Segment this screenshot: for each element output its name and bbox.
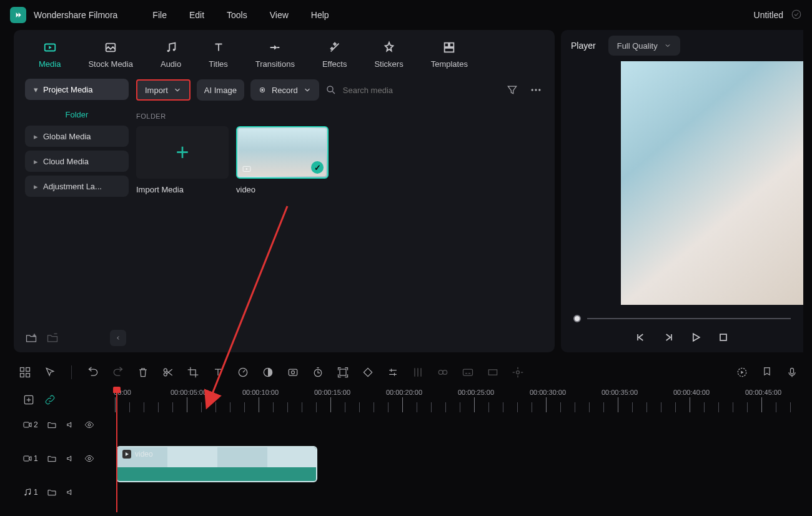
tab-audio-label: Audio <box>161 59 181 69</box>
tab-stock-media[interactable]: Stock Media <box>74 41 147 74</box>
svg-point-3 <box>167 50 169 52</box>
tab-effects[interactable]: Effects <box>309 41 361 74</box>
folder-remove-icon[interactable] <box>46 332 59 344</box>
svg-rect-27 <box>340 369 346 375</box>
lock-icon[interactable] <box>47 420 57 430</box>
crop-button[interactable] <box>187 366 199 379</box>
speed-button[interactable] <box>237 366 249 379</box>
play-button[interactable] <box>690 331 702 344</box>
link-icon[interactable] <box>44 394 56 406</box>
time-ruler[interactable]: 00:00 00:00:05:00 00:00:10:00 00:00:15:0… <box>115 387 803 412</box>
color-button[interactable] <box>262 366 274 379</box>
visibility-icon[interactable] <box>84 420 94 430</box>
stock-media-icon <box>104 41 117 54</box>
search-input[interactable] <box>343 86 448 95</box>
screenshot-button[interactable] <box>287 366 299 379</box>
aspect-button[interactable] <box>487 366 499 379</box>
add-track-icon[interactable] <box>22 394 35 406</box>
delete-button[interactable] <box>137 366 149 379</box>
menu-view[interactable]: View <box>270 10 289 20</box>
chevron-right-icon: ▸ <box>34 132 38 141</box>
quality-select[interactable]: Full Quality <box>608 36 680 56</box>
dots-icon <box>530 84 542 96</box>
playhead[interactable] <box>116 387 117 512</box>
timeline-canvas[interactable]: 00:00 00:00:05:00 00:00:10:00 00:00:15:0… <box>115 387 803 512</box>
sidebar-item-cloud-media[interactable]: ▸ Cloud Media <box>25 151 129 172</box>
tab-media[interactable]: Media <box>25 41 74 74</box>
tab-titles[interactable]: Titles <box>195 41 242 74</box>
filter-button[interactable] <box>503 81 521 99</box>
mute-icon[interactable] <box>66 487 76 497</box>
svg-point-21 <box>164 373 167 376</box>
tab-stickers[interactable]: Stickers <box>360 41 417 74</box>
tracking-button[interactable] <box>337 366 349 379</box>
menu-file[interactable]: File <box>152 10 167 20</box>
adjust-button[interactable] <box>387 366 399 379</box>
voiceover-button[interactable] <box>786 366 798 379</box>
search-field[interactable] <box>325 84 497 96</box>
lane-video-1[interactable]: 1 <box>14 446 115 471</box>
redo-button[interactable] <box>112 366 124 379</box>
chevron-left-icon <box>115 335 121 341</box>
player-controls <box>561 327 803 352</box>
stop-button[interactable] <box>717 331 730 344</box>
search-icon <box>325 84 337 96</box>
sidebar-item-project-media[interactable]: ▾ Project Media <box>25 79 129 100</box>
menu-help[interactable]: Help <box>311 10 329 20</box>
lane-video-2[interactable]: 2 <box>14 412 115 437</box>
ai-image-button[interactable]: AI Image <box>197 79 244 101</box>
more-options-button[interactable] <box>527 81 545 99</box>
scrub-track[interactable] <box>587 318 791 319</box>
visibility-icon[interactable] <box>84 454 94 464</box>
render-button[interactable] <box>736 366 748 379</box>
keyframe-button[interactable] <box>362 366 374 379</box>
scrub-knob[interactable] <box>573 315 581 322</box>
import-media-tile[interactable]: + Import Media <box>136 126 229 194</box>
sidebar-item-label: Global Media <box>43 132 91 141</box>
menu-tools[interactable]: Tools <box>227 10 247 20</box>
plus-icon: + <box>176 139 189 166</box>
audio-tool-icon[interactable] <box>437 366 449 379</box>
tab-media-label: Media <box>39 59 61 69</box>
ai-tool-icon[interactable] <box>512 366 524 379</box>
new-folder-icon[interactable] <box>25 332 37 344</box>
lock-icon[interactable] <box>47 454 57 464</box>
marker-button[interactable] <box>761 366 773 379</box>
select-tool-icon[interactable] <box>44 366 56 379</box>
step-forward-button[interactable] <box>662 331 675 344</box>
mixer-button[interactable] <box>412 366 424 379</box>
tab-stickers-label: Stickers <box>374 59 403 69</box>
sidebar-item-adjustment-layer[interactable]: ▸ Adjustment La... <box>25 176 129 197</box>
timeline-lane-headers: 2 1 1 <box>14 387 115 512</box>
mute-icon[interactable] <box>66 454 76 464</box>
keyframe-timer-icon[interactable] <box>312 366 324 379</box>
ruler-tick: 00:00:45:00 <box>745 389 781 396</box>
scrub-bar[interactable] <box>561 305 803 327</box>
undo-button[interactable] <box>87 366 99 379</box>
video-track-1[interactable]: video <box>115 446 803 482</box>
section-label: FOLDER <box>136 112 545 120</box>
menu-edit[interactable]: Edit <box>189 10 204 20</box>
folder-label[interactable]: Folder <box>25 104 129 126</box>
import-button[interactable]: Import <box>136 79 191 101</box>
mute-icon[interactable] <box>66 420 76 430</box>
audio-icon <box>164 41 178 54</box>
collapse-sidebar-button[interactable] <box>110 330 126 346</box>
svg-point-10 <box>327 86 333 92</box>
timeline-clip[interactable]: video <box>116 446 317 482</box>
video-preview[interactable] <box>621 61 803 305</box>
record-button[interactable]: Record <box>250 79 319 101</box>
tab-templates[interactable]: Templates <box>417 41 482 74</box>
tab-audio[interactable]: Audio <box>147 41 195 74</box>
media-clip-tile[interactable]: ✓ video <box>236 126 329 194</box>
subtitle-button[interactable] <box>462 366 474 379</box>
sidebar-item-global-media[interactable]: ▸ Global Media <box>25 126 129 147</box>
prev-frame-button[interactable] <box>635 331 647 344</box>
lane-audio-1[interactable]: 1 <box>14 480 115 505</box>
ruler-tick: 00:00:35:00 <box>602 389 638 396</box>
lock-icon[interactable] <box>47 487 57 497</box>
tab-transitions[interactable]: Transitions <box>242 41 309 74</box>
layout-icon[interactable] <box>19 366 31 379</box>
text-tool-icon[interactable] <box>212 366 224 379</box>
split-button[interactable] <box>162 366 174 379</box>
